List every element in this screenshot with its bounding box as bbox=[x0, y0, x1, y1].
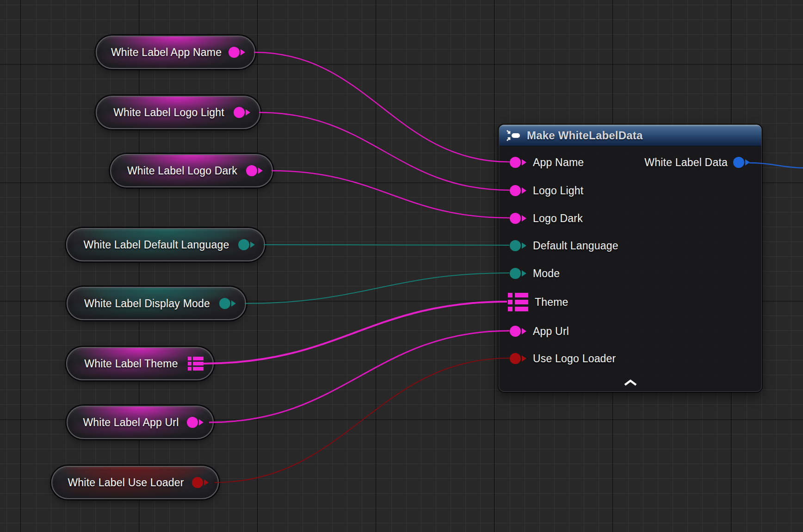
collapse-node-button[interactable] bbox=[620, 377, 641, 388]
pin-circle-icon bbox=[246, 165, 257, 176]
pin-wedge-icon bbox=[231, 299, 236, 308]
variable-getter-node[interactable]: White Label Theme bbox=[66, 347, 214, 380]
variable-getter-node[interactable]: White Label Logo Light bbox=[96, 96, 260, 129]
make-struct-node[interactable]: Make WhiteLabelData App Name Logo Light … bbox=[499, 124, 762, 392]
pin-circle-icon bbox=[733, 157, 744, 168]
pin-circle-icon bbox=[229, 47, 240, 58]
bool-pin[interactable] bbox=[510, 353, 526, 364]
pin-wedge-icon bbox=[745, 158, 750, 167]
wire[interactable] bbox=[209, 331, 509, 422]
pin-wedge-icon bbox=[522, 269, 526, 278]
pin-wedge-icon bbox=[204, 478, 209, 487]
pin-circle-icon bbox=[510, 157, 521, 168]
variable-getter-node[interactable]: White Label App Name bbox=[96, 36, 255, 69]
string-pin[interactable] bbox=[229, 47, 245, 58]
variable-getter-node[interactable]: White Label Default Language bbox=[66, 228, 265, 261]
getter-node-label: White Label Logo Dark bbox=[123, 165, 241, 177]
pin-wedge-icon bbox=[522, 214, 526, 223]
pin-wedge-icon bbox=[258, 167, 263, 175]
pin-circle-icon bbox=[510, 213, 521, 224]
string-pin[interactable] bbox=[510, 157, 526, 168]
wire[interactable] bbox=[203, 302, 507, 364]
string-pin[interactable] bbox=[510, 326, 526, 337]
pin-wedge-icon bbox=[522, 327, 526, 335]
enum-pin[interactable] bbox=[238, 239, 255, 250]
getter-node-label: White Label Use Loader bbox=[64, 476, 187, 489]
pin-wedge-icon bbox=[250, 241, 255, 249]
struct-pin[interactable] bbox=[508, 293, 528, 311]
getter-node-label: White Label Display Mode bbox=[80, 297, 215, 310]
object-pin[interactable] bbox=[246, 165, 263, 176]
pin-circle-icon bbox=[510, 185, 521, 196]
input-pin-label: Logo Light bbox=[533, 185, 583, 197]
getter-node-label: White Label App Url bbox=[80, 416, 182, 429]
string-pin[interactable] bbox=[187, 417, 204, 428]
wire[interactable] bbox=[259, 112, 509, 190]
struct-grid-icon bbox=[508, 293, 528, 311]
getter-node-label: White Label Theme bbox=[79, 358, 183, 370]
input-pin-row: Theme bbox=[499, 292, 568, 312]
output-pin-label: White Label Data bbox=[644, 156, 728, 169]
getter-node-label: White Label Default Language bbox=[79, 239, 234, 251]
struct-output-pin[interactable] bbox=[733, 157, 750, 168]
pin-wedge-icon bbox=[241, 48, 245, 56]
object-pin[interactable] bbox=[510, 185, 526, 196]
enum-pin[interactable] bbox=[510, 240, 526, 251]
input-pin-label: Mode bbox=[533, 267, 560, 280]
input-pin-label: App Name bbox=[533, 156, 584, 169]
output-pin-row: White Label Data bbox=[644, 152, 761, 173]
object-pin[interactable] bbox=[234, 107, 250, 118]
pin-circle-icon bbox=[510, 240, 521, 251]
input-pin-row: Use Logo Loader bbox=[499, 348, 616, 369]
struct-grid-icon bbox=[188, 357, 204, 371]
input-pin-row: Logo Light bbox=[499, 180, 583, 201]
input-pin-row: App Url bbox=[499, 321, 569, 341]
node-title: Make WhiteLabelData bbox=[527, 129, 643, 142]
wire[interactable] bbox=[264, 245, 509, 245]
pin-wedge-icon bbox=[522, 241, 526, 250]
input-pin-row: Logo Dark bbox=[499, 208, 583, 229]
input-pin-row: Mode bbox=[499, 263, 560, 284]
blueprint-graph-canvas[interactable]: White Label App NameWhite Label Logo Lig… bbox=[0, 0, 803, 532]
wire[interactable] bbox=[254, 52, 509, 162]
getter-node-label: White Label Logo Light bbox=[109, 106, 229, 119]
pin-circle-icon bbox=[234, 107, 245, 118]
make-struct-icon bbox=[506, 130, 522, 141]
input-pin-label: Use Logo Loader bbox=[533, 353, 616, 365]
pin-circle-icon bbox=[192, 477, 203, 488]
pin-circle-icon bbox=[238, 239, 249, 250]
pin-circle-icon bbox=[510, 326, 521, 337]
variable-getter-node[interactable]: White Label Use Loader bbox=[51, 466, 219, 499]
pin-wedge-icon bbox=[246, 108, 250, 117]
wire[interactable] bbox=[215, 358, 509, 483]
getter-node-label: White Label App Name bbox=[109, 46, 224, 59]
input-pin-row: App Name bbox=[499, 152, 584, 173]
pin-circle-icon bbox=[510, 353, 521, 364]
enum-pin[interactable] bbox=[510, 268, 526, 279]
pin-circle-icon bbox=[187, 417, 198, 428]
pin-wedge-icon bbox=[522, 354, 526, 363]
variable-getter-node[interactable]: White Label App Url bbox=[67, 406, 214, 439]
struct-pin[interactable] bbox=[188, 357, 204, 371]
pin-wedge-icon bbox=[199, 418, 204, 427]
pin-wedge-icon bbox=[522, 186, 526, 195]
input-pin-label: App Url bbox=[533, 325, 569, 338]
input-pin-label: Logo Dark bbox=[533, 212, 583, 225]
input-pin-label: Theme bbox=[535, 296, 568, 309]
input-pin-row: Default Language bbox=[499, 235, 618, 256]
variable-getter-node[interactable]: White Label Logo Dark bbox=[110, 154, 273, 187]
chevron-up-icon bbox=[624, 379, 637, 386]
pin-circle-icon bbox=[510, 268, 521, 279]
wire[interactable] bbox=[272, 171, 509, 218]
object-pin[interactable] bbox=[510, 213, 526, 224]
pin-circle-icon bbox=[219, 298, 230, 309]
node-header[interactable]: Make WhiteLabelData bbox=[499, 125, 761, 146]
enum-pin[interactable] bbox=[219, 298, 236, 309]
wire[interactable] bbox=[245, 273, 509, 303]
variable-getter-node[interactable]: White Label Display Mode bbox=[67, 287, 246, 320]
input-pin-label: Default Language bbox=[533, 240, 618, 252]
pin-wedge-icon bbox=[522, 158, 526, 167]
bool-pin[interactable] bbox=[192, 477, 209, 488]
